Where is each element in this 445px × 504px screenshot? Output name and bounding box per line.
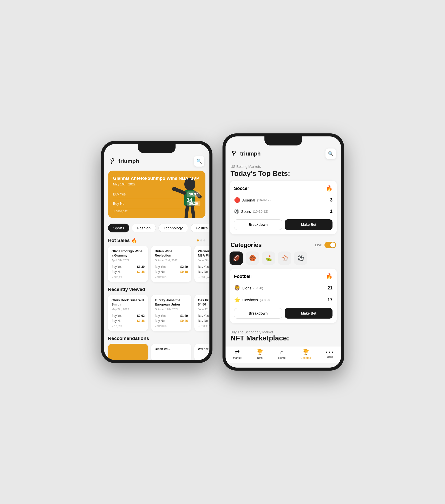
recommendations-title: Reccomendations <box>108 336 149 341</box>
nav-home-2[interactable]: ⌂ Home <box>278 349 286 359</box>
football-makebet-btn[interactable]: Make Bet <box>285 308 332 319</box>
hero-title: Giannis Antetokounmpo Wins NBA MVP <box>113 176 200 181</box>
dot-3 <box>203 239 205 241</box>
rv-c2-buy-no: Buy No <box>155 319 164 323</box>
soccer-fire-icon: 🔥 <box>326 185 332 192</box>
rv-c3-buy-yes: Buy Yes <box>198 314 209 318</box>
nav-updates-2[interactable]: 🏆 Updates <box>301 349 311 359</box>
hot-c2-no-amt: $0.18 <box>180 270 188 274</box>
cowboys-name: Cowboys <box>242 298 258 302</box>
search-button-1[interactable]: 🔍 <box>194 156 204 167</box>
categories-title: Categories <box>231 241 262 248</box>
hero-no-amount: $0.26 <box>187 201 200 206</box>
rv-c1-date: May 7th, 2022 <box>112 308 145 311</box>
soccer-card: Soccer 🔥 🔴 Arsenal (16-9-12) 3 ⚽ Spurs <box>230 181 337 234</box>
hot-card-2[interactable]: Biden Wins Reelection October 2nd, 2022 … <box>151 246 191 282</box>
hot-sales-header: Hot Sales 🔥 <box>104 236 209 246</box>
section-dots <box>197 239 205 241</box>
hot-c1-buy-yes: Buy Yes <box>112 265 122 269</box>
recently-viewed-title: Recently viewed <box>108 287 145 292</box>
hero-yes-amount: $0.97 <box>187 191 200 197</box>
sport-icon-football[interactable]: 🏈 <box>230 251 243 265</box>
subtitle-label: US Betting Markets <box>226 161 341 169</box>
rv-card-3[interactable]: Gas Prices Exceed $4.50 June 12th, 2022 … <box>194 295 209 331</box>
cat-tab-fashion[interactable]: Fashion <box>132 224 156 232</box>
rv-c1-buy-no: Buy No <box>112 319 121 323</box>
sport-icon-basketball[interactable]: 🏀 <box>246 251 259 265</box>
hot-c2-buy-no: Buy No <box>155 270 164 274</box>
nav-home-label-2: Home <box>278 356 286 359</box>
nav-more-2[interactable]: • • • More <box>326 350 333 358</box>
hot-sales-cards: Olivia Rodrigo Wins a Grammy April 5th, … <box>104 246 209 285</box>
hero-banner: Giannis Antetokounmpo Wins NBA MVP May 1… <box>108 171 205 218</box>
rv-c2-total: ↗ $19,028 <box>155 325 188 328</box>
rv-card-2[interactable]: Turkey Joins the European Union October … <box>151 295 191 331</box>
logo-2: triumph <box>231 150 261 158</box>
toggle-switch[interactable] <box>324 242 336 248</box>
soccer-card-header: Soccer 🔥 <box>234 185 332 192</box>
recently-viewed-cards: Chris Rock Sues Will Smith May 7th, 2022… <box>104 295 209 334</box>
cat-tab-technology[interactable]: Technology <box>158 224 188 232</box>
rec-card-1[interactable] <box>108 344 148 360</box>
rv-card-1[interactable]: Chris Rock Sues Will Smith May 7th, 2022… <box>108 295 148 331</box>
rv-c2-no-amt: $0.26 <box>180 319 188 323</box>
nav-more-label-2: More <box>326 355 333 358</box>
hot-card-1-title: Olivia Rodrigo Wins a Grammy <box>112 249 145 258</box>
nav-updates-label-2: Updates <box>301 356 311 359</box>
rv-c2-date: October 12th, 2024 <box>155 308 188 311</box>
football-sport-label: Football <box>234 274 252 279</box>
football-bet-actions: Breakdown Make Bet <box>234 308 332 319</box>
market-icon-2: ⇄ <box>235 349 240 356</box>
more-icon-2: • • • <box>326 350 333 355</box>
hot-card-3[interactable]: Warriors Win the NBA Finals June 6th, 20… <box>194 246 209 282</box>
categories-header: Categories LIVE <box>226 237 341 251</box>
big-title: Today's Top Bets: <box>226 169 341 181</box>
hot-c1-buy-no: Buy No <box>112 270 121 274</box>
updates-icon-2: 🏆 <box>302 349 309 356</box>
team-arsenal: 🔴 Arsenal (16-9-12) 3 <box>234 195 332 205</box>
team-cowboys: ⭐ Cowboys (3-8-0) 17 <box>234 295 332 305</box>
rv-c1-total: ↗ 12,013 <box>112 325 145 328</box>
divider-football <box>234 294 332 294</box>
logo-icon-2 <box>231 150 239 158</box>
hot-card-2-title: Biden Wins Reelection <box>155 249 188 258</box>
hot-c2-buy-yes: Buy Yes <box>155 265 165 269</box>
logo-text-1: triumph <box>119 158 139 165</box>
football-breakdown-btn[interactable]: Breakdown <box>234 308 282 319</box>
spurs-score: 1 <box>330 209 332 214</box>
header-1: triumph 🔍 <box>104 153 209 169</box>
soccer-makebet-btn[interactable]: Make Bet <box>285 219 332 230</box>
cat-tab-politics[interactable]: Politics <box>191 224 209 232</box>
sport-icon-baseball[interactable]: ⚾ <box>278 251 291 265</box>
phone-1: triumph 🔍 Giannis Antetokounmpo Wins NBA… <box>101 141 212 363</box>
sport-icon-golf[interactable]: ⛳ <box>262 251 275 265</box>
hot-card-1[interactable]: Olivia Rodrigo Wins a Grammy April 5th, … <box>108 246 148 282</box>
spurs-name: Spurs <box>241 209 251 214</box>
lions-name: Lions <box>242 286 251 290</box>
rv-c1-title: Chris Rock Sues Will Smith <box>112 298 145 307</box>
nav-bets-2[interactable]: 🏆 Bets <box>256 349 263 359</box>
dot-2 <box>200 239 202 241</box>
nav-bets-label-2: Bets <box>257 356 263 359</box>
nft-subtitle: Buy The Secondary Market <box>231 330 336 334</box>
soccer-sport-label: Soccer <box>234 186 249 191</box>
sport-icon-soccer[interactable]: ⚽ <box>294 251 307 265</box>
football-sport-icon: 🏈 <box>233 255 240 262</box>
rec-card-2[interactable]: Biden Wi... <box>151 344 191 360</box>
hot-c3-buy-no: Buy No <box>198 270 208 274</box>
header-2: triumph 🔍 <box>226 145 341 161</box>
hot-c1-yes-amt: $1.39 <box>137 265 145 269</box>
phone-2: triumph 🔍 US Betting Markets Today's Top… <box>222 133 344 371</box>
soccer-breakdown-btn[interactable]: Breakdown <box>234 219 282 230</box>
sport-icons-row: 🏈 🏀 ⛳ ⚾ ⚽ <box>226 251 341 269</box>
nav-market-2[interactable]: ⇄ Market <box>233 349 242 359</box>
arsenal-name: Arsenal <box>242 198 255 202</box>
rv-c1-no-amt: $3.48 <box>137 319 145 323</box>
search-button-2[interactable]: 🔍 <box>325 148 336 159</box>
hero-buy-no-label: Buy No <box>113 201 125 206</box>
spurs-record: (10-15-12) <box>253 210 268 213</box>
rec-card-3[interactable]: Warrior Wi... <box>194 344 209 360</box>
live-toggle[interactable]: LIVE <box>315 242 336 248</box>
hot-sales-title: Hot Sales 🔥 <box>108 237 137 243</box>
cat-tab-sports[interactable]: Sports <box>108 224 129 232</box>
